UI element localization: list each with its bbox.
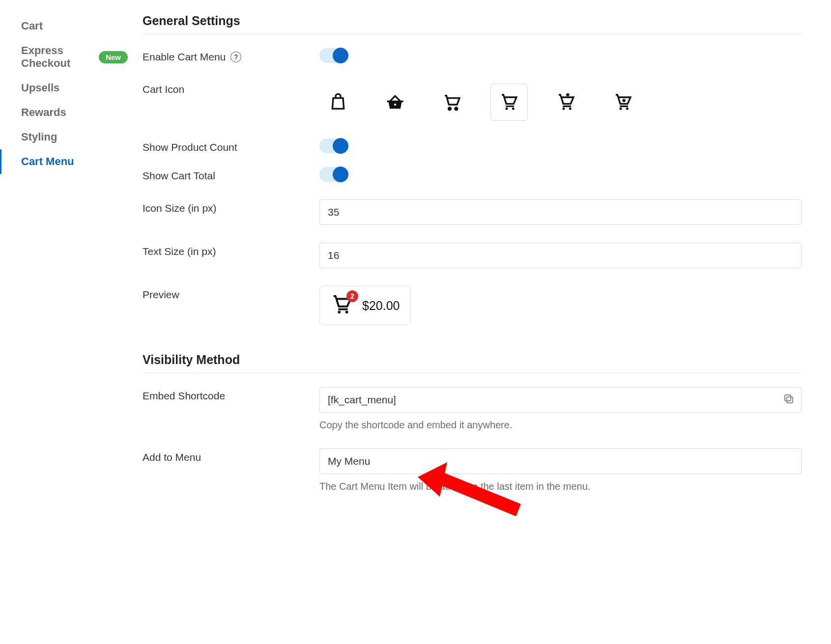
copy-icon[interactable]: [783, 393, 795, 407]
text-size-input[interactable]: [319, 243, 802, 268]
cart-solid-icon[interactable]: [490, 84, 528, 121]
shortcode-helper: Copy the shortcode and embed it anywhere…: [319, 420, 802, 431]
sidebar-item-cart-menu[interactable]: Cart Menu: [0, 149, 128, 174]
sidebar-item-label: Rewards: [21, 106, 66, 119]
sidebar-item-express-checkout[interactable]: Express Checkout New: [0, 38, 128, 76]
svg-point-7: [620, 108, 622, 110]
sidebar-item-label: Express Checkout: [21, 44, 93, 70]
sidebar-item-label: Styling: [21, 131, 57, 143]
show-cart-total-label: Show Cart Total: [143, 170, 215, 182]
menu-helper: The Cart Menu Item will be added to the …: [319, 481, 802, 492]
icon-size-label: Icon Size (in px): [143, 202, 217, 214]
svg-point-0: [394, 104, 396, 106]
enable-cart-menu-toggle[interactable]: [319, 48, 348, 63]
show-product-count-toggle[interactable]: [319, 139, 348, 153]
sidebar-item-cart[interactable]: Cart: [0, 14, 128, 38]
sidebar-item-label: Cart: [21, 20, 43, 32]
svg-rect-12: [785, 395, 791, 401]
cart-icon-picker: [319, 81, 802, 121]
settings-sidebar: Cart Express Checkout New Upsells Reward…: [0, 0, 128, 644]
new-badge: New: [99, 51, 128, 63]
sidebar-item-label: Cart Menu: [21, 155, 74, 168]
embed-shortcode-label: Embed Shortcode: [143, 390, 225, 402]
svg-point-6: [569, 108, 572, 110]
text-size-label: Text Size (in px): [143, 246, 216, 257]
help-icon[interactable]: ?: [230, 52, 241, 62]
cart-add-icon[interactable]: [604, 84, 642, 121]
preview-cart-icon: 2: [331, 293, 353, 318]
cart-menu-preview[interactable]: 2 $20.00: [319, 286, 411, 325]
bag-icon[interactable]: [319, 84, 357, 121]
embed-shortcode-input[interactable]: [319, 387, 802, 413]
sidebar-item-rewards[interactable]: Rewards: [0, 100, 128, 125]
svg-point-8: [626, 108, 629, 110]
show-cart-total-toggle[interactable]: [319, 167, 348, 182]
svg-point-4: [512, 108, 515, 110]
basket-icon[interactable]: [376, 84, 414, 121]
main-content: General Settings Enable Cart Menu ? Cart…: [128, 0, 831, 644]
sidebar-item-styling[interactable]: Styling: [0, 125, 128, 149]
svg-rect-11: [787, 397, 793, 403]
show-product-count-label: Show Product Count: [143, 141, 237, 153]
svg-point-9: [338, 310, 341, 313]
svg-point-1: [449, 108, 451, 110]
section-title-general: General Settings: [143, 14, 802, 34]
add-to-menu-select[interactable]: My Menu: [319, 448, 802, 474]
add-to-menu-label: Add to Menu: [143, 451, 201, 463]
preview-count-badge: 2: [346, 290, 358, 302]
sidebar-item-label: Upsells: [21, 82, 59, 94]
svg-point-3: [506, 108, 508, 110]
sidebar-item-upsells[interactable]: Upsells: [0, 76, 128, 100]
preview-price: $20.00: [362, 299, 400, 313]
svg-point-5: [563, 108, 565, 110]
cart-icon-label: Cart Icon: [143, 84, 184, 95]
preview-label: Preview: [143, 289, 179, 301]
svg-point-10: [345, 310, 348, 313]
section-title-visibility: Visibility Method: [143, 353, 802, 373]
cart-outline-icon[interactable]: [433, 84, 471, 121]
enable-cart-menu-label: Enable Cart Menu: [143, 51, 226, 63]
svg-point-2: [455, 108, 458, 110]
cart-plus-icon[interactable]: [547, 84, 585, 121]
icon-size-input[interactable]: [319, 199, 802, 225]
